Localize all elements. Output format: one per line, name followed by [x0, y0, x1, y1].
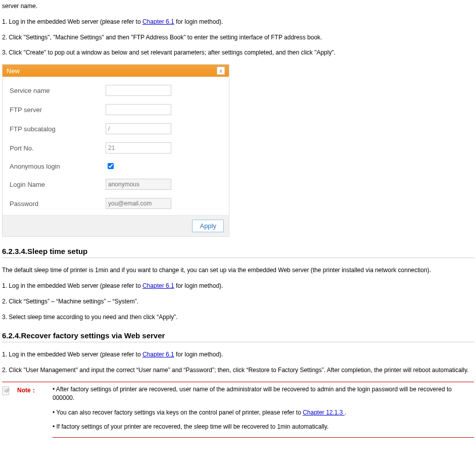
note-label: Note： — [17, 385, 53, 438]
label-password: Password — [10, 200, 106, 208]
note-bottom-rule — [53, 437, 474, 438]
note-bullet-2: • You can also recover factory settings … — [53, 408, 474, 417]
sleep-step-1: 1. Log in the embedded Web server (pleas… — [2, 282, 474, 290]
chapter-12-1-3-link[interactable]: Chapter 12.1.3 — [303, 409, 345, 416]
recover-step-2: 2. Click "User Management" and input the… — [2, 366, 474, 375]
note-bullet-1: • After factory settings of printer are … — [53, 385, 474, 402]
heading-sleep-time: 6.2.3.4.Sleep time setup — [2, 247, 474, 255]
sleep-step-2: 2. Click “Settings” – “Machine settings”… — [2, 297, 474, 306]
label-anonymous-login: Anonymous login — [10, 163, 106, 170]
dialog-footer: Apply — [3, 215, 229, 236]
label-service-name: Service name — [10, 87, 106, 94]
label-ftp-server: FTP server — [10, 106, 106, 114]
sleep-s1a: 1. Log in the embedded Web server (pleas… — [2, 282, 142, 289]
dialog-body: Service name FTP server FTP subcatalog P… — [3, 77, 229, 215]
step-3: 3. Click "Create" to pop out a window as… — [2, 48, 474, 57]
close-icon[interactable]: x — [217, 67, 225, 75]
chapter-6-1-link-3[interactable]: Chapter 6.1 — [142, 351, 174, 358]
section-divider-2 — [2, 342, 474, 342]
section-divider — [2, 257, 474, 258]
label-login-name: Login Name — [10, 181, 106, 188]
step-2: 2. Click "Settings", "Machine Settings" … — [2, 33, 474, 42]
step-1: 1. Log in the embedded Web server (pleas… — [2, 18, 474, 26]
ftp-subcatalog-input[interactable] — [106, 123, 171, 134]
service-name-input[interactable] — [106, 85, 171, 96]
sleep-intro: The default sleep time of printer is 1mi… — [2, 266, 474, 275]
password-input[interactable] — [106, 198, 171, 209]
ftp-server-input[interactable] — [106, 104, 171, 115]
fragment-line: server name. — [2, 2, 474, 11]
heading-recover-factory: 6.2.4.Recover factory settings via Web s… — [2, 331, 474, 340]
recover-step-1: 1. Log in the embedded Web server (pleas… — [2, 350, 474, 359]
ftp-new-dialog: New x Service name FTP server FTP subcat… — [2, 64, 229, 237]
recover-s1a: 1. Log in the embedded Web server (pleas… — [2, 351, 142, 358]
dialog-title-text: New — [7, 67, 20, 75]
step1-text-b: for login method). — [174, 18, 223, 25]
step1-text-a: 1. Log in the embedded Web server (pleas… — [2, 18, 142, 25]
apply-button[interactable]: Apply — [192, 220, 224, 232]
dialog-titlebar: New x — [3, 65, 229, 77]
note-bullet-3: • If factory settings of your printer ar… — [53, 423, 474, 431]
recover-s1b: for login method). — [174, 351, 223, 358]
label-ftp-subcatalog: FTP subcatalog — [10, 125, 106, 133]
sleep-s1b: for login method). — [174, 282, 223, 289]
sleep-step-3: 3. Select sleep time according to you ne… — [2, 313, 474, 322]
note-body: • After factory settings of printer are … — [53, 385, 474, 438]
chapter-6-1-link-2[interactable]: Chapter 6.1 — [142, 282, 174, 289]
note-box: Note： • After factory settings of printe… — [2, 382, 474, 438]
note-b2a: • You can also recover factory settings … — [53, 409, 303, 416]
chapter-6-1-link[interactable]: Chapter 6.1 — [142, 18, 174, 25]
note-icon — [2, 385, 17, 438]
note-b2b: . — [345, 409, 346, 416]
label-port-no: Port No. — [10, 144, 106, 152]
anonymous-login-checkbox[interactable] — [108, 163, 114, 169]
pencil-note-icon — [2, 386, 10, 395]
login-name-input[interactable] — [106, 179, 171, 190]
port-no-input[interactable] — [106, 142, 171, 153]
